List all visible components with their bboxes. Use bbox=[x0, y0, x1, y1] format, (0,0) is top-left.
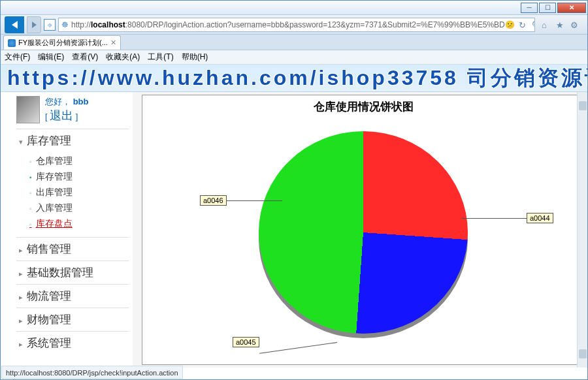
forward-button[interactable] bbox=[27, 16, 41, 33]
maximize-button[interactable]: ☐ bbox=[539, 3, 556, 13]
refresh-icon[interactable]: ↻ bbox=[519, 20, 528, 29]
banner-text: https://www.huzhan.com/ishop33758 司分销资源计… bbox=[7, 65, 587, 92]
scroll-down-icon[interactable] bbox=[579, 349, 587, 358]
home-icon[interactable]: ⌂ bbox=[542, 20, 551, 29]
chart-panel: 仓库使用情况饼状图 a0044 a0045 a0046 bbox=[142, 95, 585, 365]
username: bbb bbox=[73, 97, 89, 106]
address-bar[interactable]: ☸ http://localhost:8080/DRP/loginAction.… bbox=[58, 18, 535, 32]
status-bar: http://localhost:8080/DRP/jsp/check!inpu… bbox=[1, 366, 183, 379]
sidebar: 您好， bbb [ 退出 ] 库存管理 仓库管理 库存管理 出库管理 入库管理 … bbox=[1, 92, 133, 368]
chart-title: 仓库使用情况饼状图 bbox=[142, 95, 584, 118]
nav-cat-system[interactable]: 系统管理 bbox=[16, 331, 129, 355]
browser-tab[interactable]: FY服装公司分销资源计划(... ✕ bbox=[3, 35, 121, 50]
scroll-up-icon[interactable] bbox=[579, 101, 587, 110]
nav-cat-inventory[interactable]: 库存管理 bbox=[16, 129, 129, 152]
favicon-icon bbox=[8, 39, 16, 47]
menu-file[interactable]: 文件(F) bbox=[5, 52, 30, 63]
pie-label-a0046: a0046 bbox=[200, 195, 227, 206]
gear-icon[interactable]: ⚙ bbox=[570, 20, 580, 29]
search-icon[interactable]: 🔍 bbox=[532, 20, 535, 29]
greeting-label: 您好， bbox=[45, 97, 71, 106]
logout-link[interactable]: 退出 bbox=[50, 109, 73, 122]
nav-cat-finance[interactable]: 财物管理 bbox=[16, 308, 129, 331]
content-area: 仓库使用情况饼状图 a0044 a0045 a0046 bbox=[133, 92, 587, 368]
subnav-outbound[interactable]: 出库管理 bbox=[16, 185, 129, 200]
close-button[interactable]: ✕ bbox=[557, 3, 586, 13]
browser-toolbar: ⎆ ☸ http://localhost:8080/DRP/loginActio… bbox=[1, 15, 587, 35]
nav-cat-logistics[interactable]: 物流管理 bbox=[16, 284, 129, 308]
menu-tools[interactable]: 工具(T) bbox=[148, 52, 173, 63]
subnav-check[interactable]: 库存盘点 bbox=[16, 216, 129, 232]
tab-strip: FY服装公司分销资源计划(... ✕ bbox=[1, 35, 587, 50]
minimize-button[interactable]: ─ bbox=[521, 3, 538, 13]
url-prefix: http:// bbox=[71, 20, 91, 29]
menu-help[interactable]: 帮助(H) bbox=[182, 52, 208, 63]
url-host: localhost bbox=[91, 20, 125, 29]
vertical-scrollbar[interactable] bbox=[577, 92, 587, 368]
nav-cat-sales[interactable]: 销售管理 bbox=[16, 237, 129, 261]
back-button[interactable] bbox=[5, 16, 24, 33]
pie-label-a0045: a0045 bbox=[233, 337, 259, 347]
subnav-inventory: 仓库管理 库存管理 出库管理 入库管理 库存盘点 bbox=[16, 152, 129, 237]
security-shield-icon[interactable]: ⎆ bbox=[44, 19, 56, 31]
user-box: 您好， bbb [ 退出 ] bbox=[16, 96, 129, 123]
favorites-icon[interactable]: ★ bbox=[556, 20, 565, 29]
tab-close-icon[interactable]: ✕ bbox=[110, 39, 116, 47]
menu-favorites[interactable]: 收藏夹(A) bbox=[106, 52, 140, 63]
subnav-stock[interactable]: 库存管理 bbox=[16, 169, 129, 185]
page-banner: https://www.huzhan.com/ishop33758 司分销资源计… bbox=[1, 65, 587, 92]
menu-bar: 文件(F) 编辑(E) 查看(V) 收藏夹(A) 工具(T) 帮助(H) bbox=[1, 50, 587, 65]
tab-title: FY服装公司分销资源计划(... bbox=[18, 38, 108, 48]
nav-cat-basedata[interactable]: 基础数据管理 bbox=[16, 261, 129, 284]
subnav-inbound[interactable]: 入库管理 bbox=[16, 200, 129, 216]
menu-edit[interactable]: 编辑(E) bbox=[38, 52, 64, 63]
avatar bbox=[16, 96, 40, 123]
url-rest: :8080/DRP/loginAction.action?username=bb… bbox=[125, 20, 505, 29]
menu-view[interactable]: 查看(V) bbox=[72, 52, 98, 63]
subnav-warehouse[interactable]: 仓库管理 bbox=[16, 153, 129, 169]
window-titlebar: ─ ☐ ✕ bbox=[1, 1, 587, 15]
pie-chart: a0044 a0045 a0046 bbox=[161, 118, 566, 353]
emoji-icon: 😕 bbox=[505, 20, 515, 29]
pie-label-a0044: a0044 bbox=[527, 213, 553, 223]
